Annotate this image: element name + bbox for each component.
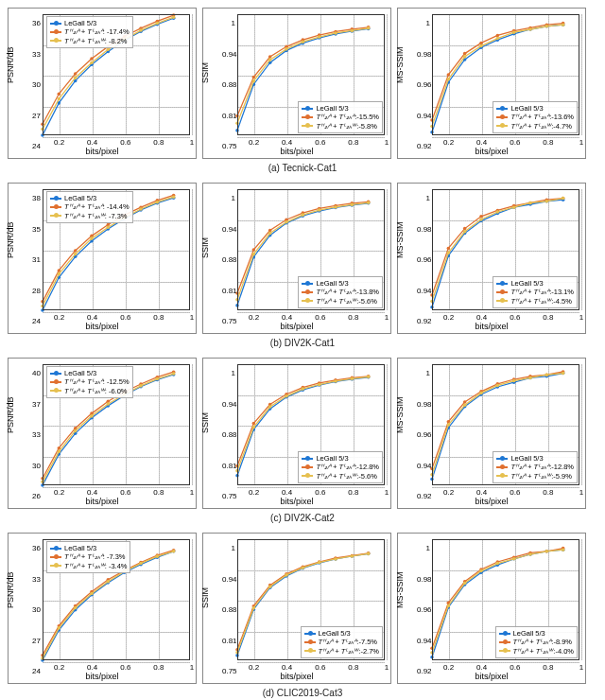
- row-caption: (b) DIV2K-Cat1: [8, 338, 597, 348]
- svg-point-188: [172, 372, 176, 376]
- svg-point-288: [235, 651, 239, 655]
- x-tick: 1: [190, 488, 194, 497]
- svg-point-107: [172, 195, 176, 199]
- legend-swatch: [302, 125, 313, 127]
- svg-point-242: [562, 372, 565, 376]
- svg-point-215: [367, 376, 371, 379]
- legend: LeGall 5/3Tᴴ₂ₗᴬ + Tᴸ₂ₕᴬ:-13.1%Tᴴ₂ₗᴬ + Tᴸ…: [493, 276, 578, 308]
- x-axis-label: bits/pixel: [280, 322, 313, 331]
- legend-label: LeGall 5/3: [64, 369, 96, 377]
- svg-point-52: [351, 29, 354, 33]
- svg-point-289: [252, 606, 256, 610]
- svg-point-216: [430, 478, 434, 481]
- ssim-chart: SSIMbits/pixel0.20.40.60.810.750.810.880…: [202, 183, 391, 334]
- x-tick: 0.2: [249, 313, 259, 322]
- y-tick: 0.88: [222, 255, 235, 264]
- legend-entry: Tᴴ₂ₗᴬ + Tᴸ₂ₕᵂ:-5.9%: [496, 472, 574, 481]
- svg-point-158: [512, 205, 516, 209]
- y-tick: 1: [222, 369, 235, 377]
- legend: LeGall 5/3Tᴴ₂ₗᴬ + Tᴸ₂ₕᴬ:-12.8%Tᴴ₂ₗᴬ + Tᴸ…: [298, 451, 383, 483]
- svg-point-321: [528, 552, 532, 556]
- svg-point-209: [268, 405, 272, 409]
- legend-swatch: [50, 556, 61, 558]
- y-axis-label: SSIM: [200, 412, 210, 433]
- y-axis-label: SSIM: [200, 237, 210, 258]
- legend-entry: Tᴴ₂ₗᴬ + Tᴸ₂ₕᵂ: -6.0%: [50, 387, 130, 395]
- x-axis-label: bits/pixel: [85, 497, 118, 506]
- x-tick: 0.6: [120, 138, 130, 147]
- legend-label: Tᴴ₂ₗᴬ + Tᴸ₂ₕᴬ: -17.4%: [64, 27, 130, 36]
- ssim-chart: SSIMbits/pixel0.20.40.60.810.750.810.880…: [202, 358, 391, 509]
- svg-point-270: [235, 654, 239, 657]
- svg-point-153: [430, 300, 434, 304]
- chart-row: PSNR/dBbits/pixel0.20.40.60.812427303336…: [8, 8, 597, 159]
- y-tick: 30: [27, 605, 41, 614]
- x-tick: 1: [190, 313, 194, 322]
- legend-label: Tᴴ₂ₗᴬ + Tᴸ₂ₕᴬ:-13.1%: [510, 288, 574, 296]
- x-tick: 0.6: [120, 663, 130, 672]
- y-tick: 28: [27, 286, 41, 294]
- x-tick: 0.4: [476, 138, 487, 147]
- svg-point-297: [430, 656, 434, 659]
- row-caption: (d) CLIC2019-Cat3: [8, 688, 597, 698]
- ms-ssim-chart: MS-SSIMbits/pixel0.20.40.60.810.920.940.…: [397, 358, 586, 509]
- y-tick: 0.81: [222, 636, 235, 644]
- legend-label: LeGall 5/3: [64, 544, 96, 552]
- y-tick: 1: [417, 369, 430, 377]
- legend-label: Tᴴ₂ₗᴬ + Tᴸ₂ₕᵂ:-5.8%: [316, 122, 376, 131]
- legend-swatch: [499, 633, 510, 635]
- legend-entry: LeGall 5/3: [499, 629, 574, 638]
- legend-entry: Tᴴ₂ₗᴬ + Tᴸ₂ₕᴬ:-13.6%: [496, 113, 574, 121]
- legend-swatch: [50, 206, 61, 208]
- x-axis-label: bits/pixel: [85, 672, 118, 681]
- y-axis-label: MS-SSIM: [395, 396, 405, 433]
- legend-swatch: [496, 283, 508, 285]
- psnr-chart: PSNR/dBbits/pixel0.20.40.60.812427303336…: [8, 8, 197, 159]
- y-tick: 0.88: [222, 605, 235, 614]
- legend-swatch: [50, 23, 61, 25]
- x-tick: 0.2: [443, 138, 454, 147]
- svg-point-207: [235, 469, 239, 473]
- legend-entry: LeGall 5/3: [50, 194, 130, 202]
- svg-point-315: [430, 651, 434, 655]
- svg-point-38: [268, 55, 272, 59]
- svg-point-154: [447, 251, 451, 254]
- svg-point-24: [139, 28, 143, 32]
- svg-point-182: [74, 429, 78, 433]
- x-tick: 0.4: [476, 488, 487, 497]
- svg-point-208: [252, 426, 256, 429]
- y-tick: 1: [417, 19, 430, 27]
- x-tick: 0.4: [87, 138, 97, 147]
- legend-label: LeGall 5/3: [316, 104, 348, 113]
- svg-point-146: [463, 227, 467, 231]
- x-tick: 0.4: [476, 313, 487, 322]
- legend-label: LeGall 5/3: [510, 454, 543, 463]
- x-tick: 0.6: [315, 488, 325, 497]
- legend-entry: Tᴴ₂ₗᴬ + Tᴸ₂ₕᵂ:-2.7%: [304, 647, 379, 656]
- x-axis-label: bits/pixel: [280, 147, 313, 156]
- y-tick: 0.98: [417, 49, 430, 58]
- svg-point-80: [562, 23, 565, 26]
- x-tick: 0.6: [510, 663, 520, 672]
- legend-swatch: [496, 466, 508, 468]
- legend-swatch: [499, 641, 510, 643]
- y-tick: 0.81: [222, 286, 235, 294]
- svg-point-135: [430, 306, 434, 309]
- x-tick: 0.8: [348, 488, 358, 497]
- y-tick: 1: [222, 194, 235, 202]
- svg-point-12: [90, 57, 94, 61]
- legend-entry: LeGall 5/3: [496, 279, 574, 288]
- svg-point-133: [351, 203, 354, 207]
- x-tick: 0.6: [510, 488, 520, 497]
- y-tick: 1: [222, 19, 235, 27]
- legend-label: LeGall 5/3: [510, 104, 543, 113]
- x-tick: 0.2: [54, 138, 64, 147]
- svg-point-99: [41, 305, 44, 308]
- row-caption: (a) Tecnick-Cat1: [8, 163, 597, 173]
- y-axis-label: PSNR/dB: [6, 46, 15, 83]
- legend-label: Tᴴ₂ₗᴬ + Tᴸ₂ₕᵂ:-5.6%: [316, 472, 376, 481]
- legend-swatch: [50, 390, 61, 392]
- svg-point-318: [479, 569, 483, 573]
- svg-point-320: [512, 557, 516, 561]
- x-tick: 1: [385, 488, 389, 497]
